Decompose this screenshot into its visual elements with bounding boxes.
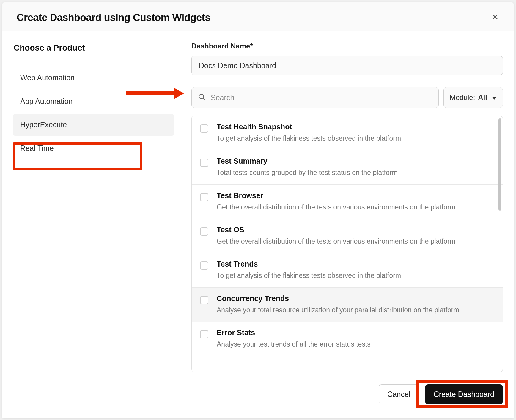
widget-list[interactable]: Test Health SnapshotTo get analysis of t… — [191, 116, 503, 372]
widget-title: Test OS — [217, 225, 494, 234]
module-value: All — [478, 93, 487, 102]
annotation-arrow — [126, 86, 184, 102]
svg-marker-3 — [174, 87, 184, 99]
widget-desc: Analyse your total resource utilization … — [217, 305, 494, 315]
widget-desc: Analyse your test trends of all the erro… — [217, 339, 494, 349]
widget-desc: Get the overall distribution of the test… — [217, 202, 494, 212]
widget-item[interactable]: Test BrowserGet the overall distribution… — [192, 185, 503, 219]
widget-info: Test TrendsTo get analysis of the flakin… — [217, 260, 494, 280]
scrollbar[interactable] — [498, 118, 501, 211]
modal-header: Create Dashboard using Custom Widgets — [2, 2, 514, 31]
widget-desc: To get analysis of the flakiness tests o… — [217, 271, 494, 280]
close-icon — [492, 12, 499, 23]
modal-footer: Cancel Create Dashboard — [2, 375, 514, 418]
widget-item[interactable]: Test OSGet the overall distribution of t… — [192, 219, 503, 253]
search-icon — [198, 93, 206, 102]
widget-item[interactable]: Error StatsAnalyse your test trends of a… — [192, 322, 503, 356]
widget-info: Test Health SnapshotTo get analysis of t… — [217, 123, 494, 143]
main-panel: Dashboard Name* Module: — [185, 31, 514, 375]
widget-info: Test BrowserGet the overall distribution… — [217, 191, 494, 212]
widget-item[interactable]: Concurrency TrendsAnalyse your total res… — [192, 288, 503, 322]
cancel-button[interactable]: Cancel — [379, 384, 419, 404]
svg-line-5 — [203, 98, 205, 100]
widget-checkbox[interactable] — [200, 296, 208, 304]
chevron-down-icon — [492, 93, 497, 102]
create-dashboard-button[interactable]: Create Dashboard — [425, 384, 503, 404]
widget-info: Concurrency TrendsAnalyse your total res… — [217, 294, 494, 315]
widget-checkbox[interactable] — [200, 159, 208, 167]
product-sidebar: Choose a Product Web AutomationApp Autom… — [2, 31, 185, 375]
svg-marker-6 — [492, 97, 497, 100]
widget-checkbox[interactable] — [200, 330, 208, 338]
widget-desc: To get analysis of the flakiness tests o… — [217, 134, 494, 143]
widget-checkbox[interactable] — [200, 124, 208, 133]
module-label: Module: — [450, 93, 475, 102]
product-item-web-automation[interactable]: Web Automation — [13, 67, 174, 89]
widget-desc: Total tests counts grouped by the test s… — [217, 168, 494, 178]
widget-checkbox[interactable] — [200, 193, 208, 201]
widget-title: Concurrency Trends — [217, 294, 494, 303]
widget-item[interactable]: Test TrendsTo get analysis of the flakin… — [192, 253, 503, 287]
widget-title: Test Browser — [217, 191, 494, 200]
module-dropdown[interactable]: Module: All — [443, 87, 503, 108]
svg-point-4 — [199, 94, 204, 99]
product-item-real-time[interactable]: Real Time — [13, 137, 174, 159]
widget-desc: Get the overall distribution of the test… — [217, 236, 494, 246]
dashboard-name-input[interactable] — [191, 56, 503, 75]
product-item-hyperexecute[interactable]: HyperExecute — [13, 114, 174, 136]
search-input[interactable] — [191, 87, 439, 108]
widget-checkbox[interactable] — [200, 261, 208, 270]
widget-item[interactable]: Test SummaryTotal tests counts grouped b… — [192, 150, 503, 184]
sidebar-title: Choose a Product — [13, 43, 174, 53]
widget-title: Test Summary — [217, 157, 494, 165]
close-button[interactable] — [489, 11, 502, 23]
dashboard-name-label: Dashboard Name* — [191, 42, 503, 50]
widget-title: Error Stats — [217, 328, 494, 337]
widget-info: Test OSGet the overall distribution of t… — [217, 225, 494, 246]
widget-item[interactable]: Test Health SnapshotTo get analysis of t… — [192, 116, 503, 150]
widget-title: Test Trends — [217, 260, 494, 268]
widget-info: Error StatsAnalyse your test trends of a… — [217, 328, 494, 349]
widget-checkbox[interactable] — [200, 227, 208, 236]
widget-title: Test Health Snapshot — [217, 123, 494, 131]
widget-info: Test SummaryTotal tests counts grouped b… — [217, 157, 494, 178]
modal-title: Create Dashboard using Custom Widgets — [17, 12, 210, 23]
